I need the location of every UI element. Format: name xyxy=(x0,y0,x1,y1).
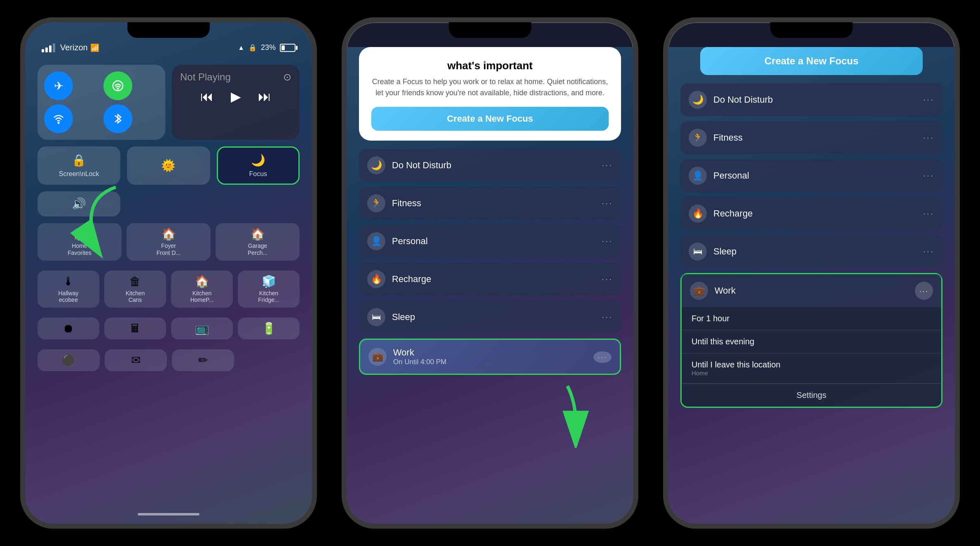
sleep-dots-3[interactable]: ··· xyxy=(923,246,934,257)
recharge-dots-3[interactable]: ··· xyxy=(923,208,934,219)
home-indicator-1 xyxy=(138,513,199,515)
until-this-evening-option[interactable]: Until this evening xyxy=(682,330,941,353)
prev-btn[interactable]: ⏮ xyxy=(197,86,217,107)
fitness-icon-3: 🏃 xyxy=(689,129,707,147)
work-icon-3: 💼 xyxy=(690,282,708,300)
focus-item3-personal[interactable]: 👤 Personal ··· xyxy=(680,159,942,192)
calc-btn[interactable]: 🖩 xyxy=(104,318,166,339)
focus-item-recharge[interactable]: 🔥 Recharge ··· xyxy=(359,263,621,296)
ecobee-btn[interactable]: 🌡 Hallwayecobee xyxy=(38,271,99,308)
recharge-icon-3: 🔥 xyxy=(689,205,707,223)
carrier-label: Verizon xyxy=(60,43,88,52)
sleep-dots[interactable]: ··· xyxy=(602,312,613,322)
dnd-dots-3[interactable]: ··· xyxy=(923,94,934,105)
personal-icon: 👤 xyxy=(367,232,385,250)
dnd-icon: 🌙 xyxy=(367,156,385,174)
recharge-name: Recharge xyxy=(392,274,431,285)
kitchen-fridge-icon: 🧊 xyxy=(262,275,276,288)
wifi-btn[interactable] xyxy=(44,104,73,133)
dnd-dots[interactable]: ··· xyxy=(602,160,613,171)
mail-btn[interactable]: ✉ xyxy=(105,349,167,371)
focus-moon-icon: 🌙 xyxy=(251,153,265,167)
accessibility-icon: ⚫ xyxy=(61,353,76,367)
personal-name: Personal xyxy=(392,236,428,247)
fitness-dots[interactable]: ··· xyxy=(602,198,613,209)
battery-icon xyxy=(280,44,295,52)
focus-item-dnd[interactable]: 🌙 Do Not Disturb ··· xyxy=(359,149,621,182)
kitchen-fridge-btn[interactable]: 🧊 KitchenFridge... xyxy=(238,271,300,308)
focus-item3-fitness-left: 🏃 Fitness xyxy=(689,129,743,147)
focus-item-personal[interactable]: 👤 Personal ··· xyxy=(359,225,621,258)
battery-btn[interactable]: 🔋 xyxy=(238,318,300,339)
personal-dots[interactable]: ··· xyxy=(602,236,613,247)
recharge-dots[interactable]: ··· xyxy=(602,274,613,285)
work-expanded-top[interactable]: 💼 Work ··· xyxy=(682,274,941,307)
airplane-mode-btn[interactable]: ✈ xyxy=(44,71,73,100)
record-btn[interactable]: ⏺ xyxy=(38,318,99,339)
sleep-icon: 🛏 xyxy=(367,308,385,326)
garage-perch-icon: 🏠 xyxy=(251,227,265,241)
create-new-focus-btn-top[interactable]: Create a New Focus xyxy=(700,47,923,75)
work-icon-2: 💼 xyxy=(368,348,387,366)
kitchen-home-btn[interactable]: 🏠 KitchenHomeP... xyxy=(171,271,233,308)
foyer-front-label: FoyerFront D... xyxy=(157,242,181,257)
personal-dots-3[interactable]: ··· xyxy=(923,170,934,181)
focus-item3-sleep[interactable]: 🛏 Sleep ··· xyxy=(680,235,942,268)
focus-list-3: 🌙 Do Not Disturb ··· 🏃 Fitness ··· 👤 xyxy=(668,83,955,408)
recharge-icon: 🔥 xyxy=(367,270,385,288)
fitness-dots-3[interactable]: ··· xyxy=(923,132,934,143)
focus-item3-fitness[interactable]: 🏃 Fitness ··· xyxy=(680,121,942,154)
kitchen-cans-btn[interactable]: 🗑 KitchenCans xyxy=(104,271,166,308)
remote-icon: 📺 xyxy=(195,322,209,335)
remote-btn[interactable]: 📺 xyxy=(171,318,233,339)
focus-item3-dnd[interactable]: 🌙 Do Not Disturb ··· xyxy=(680,83,942,116)
dnd-name-3: Do Not Disturb xyxy=(713,94,773,105)
focus-item3-recharge-left: 🔥 Recharge xyxy=(689,205,753,223)
focus-item-personal-left: 👤 Personal xyxy=(367,232,428,250)
focus-item3-sleep-left: 🛏 Sleep xyxy=(689,242,736,261)
garage-perch-btn[interactable]: 🏠 GaragePerch... xyxy=(216,223,300,261)
signal-icon xyxy=(42,43,55,52)
focus-header-desc: Create a Focus to help you work or to re… xyxy=(371,76,609,99)
airplay-icon: ⊙ xyxy=(283,71,291,83)
next-btn[interactable]: ⏭ xyxy=(254,86,275,107)
foyer-front-btn[interactable]: 🏠 FoyerFront D... xyxy=(127,223,211,261)
personal-name-3: Personal xyxy=(713,170,749,181)
phone-3: Create a New Focus 🌙 Do Not Disturb ··· … xyxy=(663,17,960,529)
kitchen-fridge-label: KitchenFridge... xyxy=(258,290,279,304)
work-expanded-container: 💼 Work ··· For 1 hour Until this evening… xyxy=(680,273,942,408)
garage-perch-label: GaragePerch... xyxy=(248,242,267,257)
focus-item-sleep[interactable]: 🛏 Sleep ··· xyxy=(359,301,621,334)
wifi-calling-btn[interactable] xyxy=(103,71,132,100)
until-leave-location-option[interactable]: Until I leave this location Home xyxy=(682,353,941,384)
work-dots-2[interactable]: ··· xyxy=(593,351,612,362)
sleep-name-3: Sleep xyxy=(713,246,736,257)
connectivity-block: ✈ xyxy=(38,65,165,140)
create-focus-btn-2[interactable]: Create a New Focus xyxy=(371,107,609,131)
for-1-hour-option[interactable]: For 1 hour xyxy=(682,307,941,330)
green-arrow-1 xyxy=(66,179,132,263)
record-icon: ⏺ xyxy=(63,322,74,335)
kitchen-cans-label: KitchenCans xyxy=(126,290,145,304)
green-arrow-2 xyxy=(551,382,600,450)
phone-1-screen: Verizon 📶 ▲ 🔒 23% ✈ xyxy=(25,22,312,524)
not-playing-label: Not Playing xyxy=(180,71,231,83)
markup-btn[interactable]: ✏ xyxy=(172,349,234,371)
focus-item3-recharge[interactable]: 🔥 Recharge ··· xyxy=(680,197,942,230)
focus-item-work[interactable]: 💼 Work On Until 4:00 PM ··· xyxy=(359,339,621,375)
battery-widget-icon: 🔋 xyxy=(262,322,276,335)
fitness-name: Fitness xyxy=(392,198,421,209)
accessibility-btn[interactable]: ⚫ xyxy=(38,349,100,371)
focus-item-fitness[interactable]: 🏃 Fitness ··· xyxy=(359,187,621,220)
bluetooth-btn[interactable] xyxy=(103,104,132,133)
screen-lock-label: Screen\nLock xyxy=(59,170,99,178)
focus-list-2: 🌙 Do Not Disturb ··· 🏃 Fitness ··· 👤 xyxy=(347,149,633,375)
work-dots-3[interactable]: ··· xyxy=(915,282,933,300)
play-btn[interactable]: ▶ xyxy=(225,86,246,107)
focus-btn[interactable]: 🌙 Focus xyxy=(217,146,300,185)
settings-option[interactable]: Settings xyxy=(682,384,941,407)
sleep-name: Sleep xyxy=(392,312,415,322)
brightness-btn[interactable]: 🌞 xyxy=(127,146,210,185)
brightness-icon: 🌞 xyxy=(161,159,176,172)
svg-point-1 xyxy=(117,88,119,90)
